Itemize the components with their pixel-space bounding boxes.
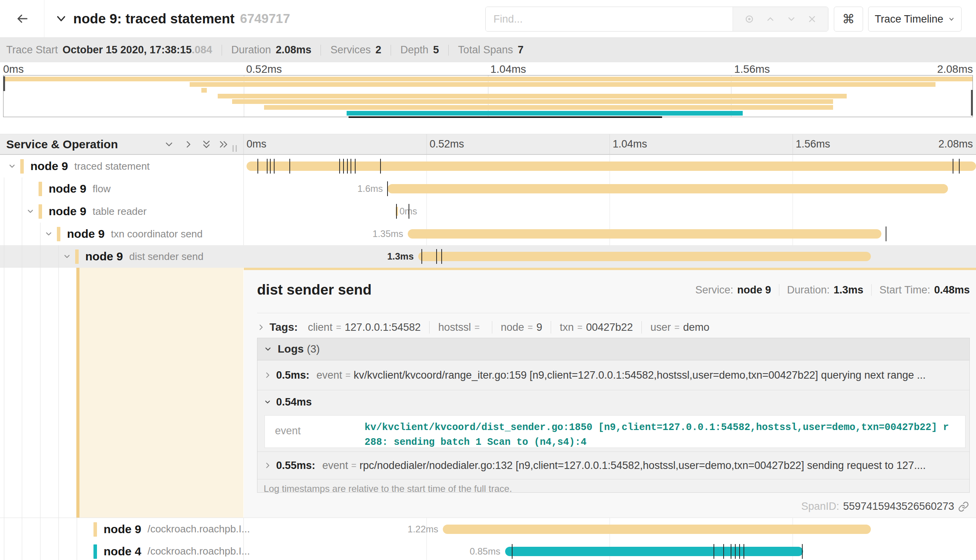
indent-guide [22,245,22,268]
logs-header[interactable]: Logs (3) [257,338,969,360]
span-timeline-cell[interactable]: 0.85ms [243,540,976,560]
log-timestamp: 0.55ms: [276,460,315,472]
span-row[interactable]: node 9table reader0ms [0,200,976,223]
span-expander[interactable] [63,252,71,261]
tags-row[interactable]: Tags: client=127.0.0.1:54582hostssl=node… [257,317,970,338]
log-key: event [275,425,301,437]
span-timeline-cell[interactable]: 1.6ms [243,177,976,200]
service-name: node 9 [49,182,86,195]
chevron-down-icon [264,345,272,353]
minimap-viewport[interactable] [3,75,973,117]
log-entry-expanded[interactable]: 0.54ms event kv/kvclient/kvcoord/dist_se… [257,393,969,452]
find-prev-chevron-up-icon[interactable] [765,14,775,24]
indent-guide [22,518,22,540]
indent-guide [4,540,4,560]
page-title: node 9: traced statement [73,11,234,26]
column-resize-grip[interactable] [233,145,237,152]
expand-one-chevron-right-icon[interactable] [183,139,194,150]
column-divider[interactable] [243,134,244,154]
span-bar[interactable] [408,229,881,239]
expander-chevron-down-icon [26,207,35,216]
indent-guide [22,540,22,560]
find-next-chevron-down-icon[interactable] [786,14,796,24]
gridline [610,134,610,154]
service-color-marker [93,544,97,559]
span-name-cell[interactable]: node 4/cockroach.roachpb.I... [0,540,243,560]
find-input[interactable] [486,7,733,31]
span-timeline-cell[interactable]: 1.35ms [243,223,976,245]
span-name-cell[interactable]: node 9/cockroach.roachpb.I... [0,518,243,540]
log-marker-tick [802,544,803,559]
minimap-scroll-indicator[interactable] [349,116,662,118]
collapse-one-chevron-down-icon[interactable] [164,139,174,150]
span-expander[interactable] [8,162,16,170]
indent-guide [4,518,4,540]
span-timeline-cell[interactable]: 0ms [243,200,976,223]
operation-name: /cockroach.roachpb.I... [148,523,250,535]
span-expander[interactable] [44,230,53,238]
divider [448,45,449,56]
log-marker-tick [886,226,886,241]
log-marker-tick [409,204,409,219]
divider [871,284,872,296]
span-row[interactable]: node 9txn coordinator send1.35ms [0,223,976,245]
service-label: Service: [695,284,733,296]
tag-value: 00427b22 [586,321,633,334]
indent-guide [58,268,59,518]
span-expander[interactable] [26,207,35,216]
span-row[interactable]: node 9dist sender send1.3ms [0,245,976,268]
keyboard-shortcuts-button[interactable]: ⌘ [834,7,863,32]
span-duration-label: 0.85ms [470,540,500,560]
span-timeline-cell[interactable]: 1.3ms [243,245,976,268]
indent-guide [4,268,4,518]
span-bar[interactable] [247,162,976,171]
expand-all-double-chevron-right-icon[interactable] [218,139,229,150]
tag-key: client [308,321,333,334]
logs-accordion: Logs (3) 0.5ms: event = kv/kvclient/kvco… [257,338,970,493]
view-selector-button[interactable]: Trace Timeline [868,7,962,32]
log-entry[interactable]: 0.55ms: event = rpc/nodedialer/nodediale… [257,452,969,479]
log-key: event [322,460,348,472]
log-marker-tick [959,159,960,174]
span-row[interactable]: node 9traced statement [0,155,976,177]
span-row[interactable]: node 9flow1.6ms [0,177,976,200]
span-row[interactable]: node 9/cockroach.roachpb.I...1.22ms [0,518,976,540]
span-bar[interactable] [505,547,803,556]
divider [551,321,551,334]
log-key-value-table: event kv/kvclient/kvcoord/dist_sender.go… [264,415,965,448]
tag-item: node=9 [501,321,543,334]
span-timeline-cell[interactable]: 1.22ms [243,518,976,540]
indent-guide [77,518,77,540]
log-entry[interactable]: 0.5ms: event = kv/kvclient/kvcoord/range… [257,360,969,390]
span-name-cell[interactable]: node 9flow [0,177,243,200]
minimap-left-drag-handle[interactable] [3,76,5,91]
span-bar[interactable] [388,184,948,193]
span-timeline-cell[interactable] [243,155,976,177]
tag-item: txn=00427b22 [560,321,633,334]
clear-find-x-icon[interactable] [807,14,817,24]
span-detail-panel: dist sender send Service: node 9 Duratio… [244,268,976,518]
log-timestamp: 0.5ms: [276,369,310,381]
span-name-cell[interactable]: node 9dist sender send [0,245,243,268]
collapse-trace-chevron-icon[interactable] [55,13,67,25]
span-name-cell[interactable]: node 9table reader [0,200,243,223]
log-marker-tick [270,159,271,174]
span-bar[interactable] [443,525,871,534]
span-name-cell[interactable]: node 9traced statement [0,155,243,177]
collapse-all-double-chevron-down-icon[interactable] [201,139,212,150]
minimap-right-drag-handle[interactable] [971,90,973,116]
service-color-marker [75,249,79,264]
back-button[interactable] [0,0,44,37]
locate-icon[interactable] [744,14,755,25]
span-name-cell[interactable]: node 9txn coordinator send [0,223,243,245]
divider [391,45,391,56]
summary-value: 2 [375,44,381,56]
link-icon[interactable] [958,501,969,512]
log-marker-tick [274,159,275,174]
equals-sign: = [345,370,351,381]
duration-value: 1.3ms [833,284,863,296]
log-marker-tick [731,544,731,559]
span-bar[interactable] [418,252,871,261]
span-row[interactable]: node 4/cockroach.roachpb.I...0.85ms [0,540,976,560]
log-marker-tick [739,544,740,559]
